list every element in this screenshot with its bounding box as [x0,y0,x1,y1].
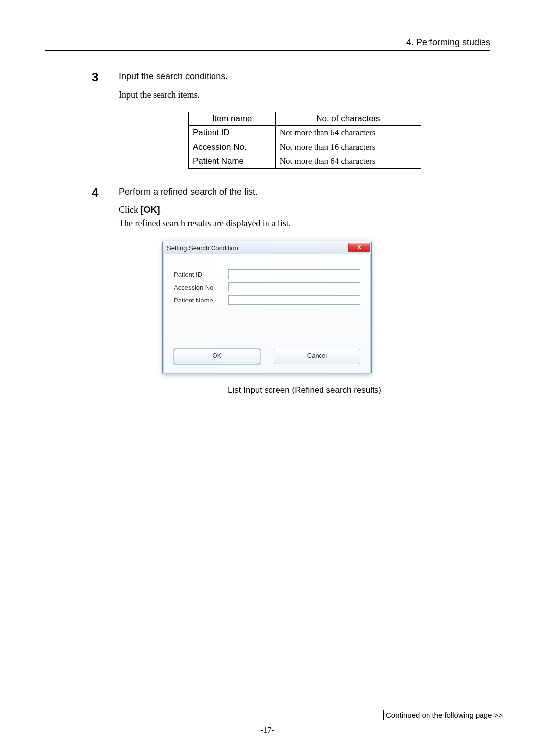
cancel-button[interactable]: Cancel [274,349,360,364]
row-patient-name: Patient Name [174,295,360,305]
dialog-body: Patient ID Accession No. Patient Name OK… [163,254,371,374]
dialog-title: Setting Search Condition [167,244,238,252]
step-3-title: Input the search conditions. [119,71,490,82]
step-3-text: Input the search items. [119,90,490,100]
td-item-name: Patient ID [189,126,276,140]
accession-no-field[interactable] [228,282,360,292]
click-prefix: Click [119,205,141,215]
section-header: 4. Performing studies [45,37,490,51]
td-char: Not more than 64 characters [275,126,421,140]
td-char: Not more than 64 characters [275,154,421,169]
dialog-caption: List Input screen (Refined search result… [119,385,490,395]
td-item-name: Patient Name [189,154,276,169]
ok-button[interactable]: OK [174,349,260,364]
label-patient-name: Patient Name [174,297,228,304]
step-4-click-text: Click [OK]. [119,205,490,215]
table-row: Patient ID Not more than 64 characters [189,126,421,140]
dot: . [160,205,162,215]
label-patient-id: Patient ID [174,271,228,278]
label-accession-no: Accession No. [174,284,228,291]
td-char: Not more than 16 characters [275,140,421,154]
ok-ref: [OK] [141,205,160,215]
dialog-button-row: OK Cancel [174,349,360,364]
table-row: Patient Name Not more than 64 characters [189,154,421,169]
continued-notice: Continued on the following page >> [383,710,505,720]
step-4: 4 Perform a refined search of the list. … [92,186,490,395]
table-header-row: Item name No. of characters [189,112,421,126]
th-char-count: No. of characters [275,112,421,126]
patient-name-field[interactable] [228,295,360,305]
th-item-name: Item name [189,112,276,126]
param-table: Item name No. of characters Patient ID N… [188,112,421,169]
table-row: Accession No. Not more than 16 character… [189,140,421,154]
close-button[interactable]: x [348,243,370,252]
step-4-number: 4 [92,186,119,395]
td-item-name: Accession No. [189,140,276,154]
step-3: 3 Input the search conditions. Input the… [92,70,490,186]
search-condition-dialog: Setting Search Condition x Patient ID Ac… [162,241,372,374]
row-accession-no: Accession No. [174,282,360,292]
step-4-text: The refined search results are displayed… [119,218,490,229]
page-number: -17- [0,725,535,735]
row-patient-id: Patient ID [174,269,360,279]
step-3-number: 3 [92,70,119,186]
dialog-titlebar: Setting Search Condition x [163,241,371,254]
patient-id-field[interactable] [228,269,360,279]
step-4-title: Perform a refined search of the list. [119,187,490,197]
